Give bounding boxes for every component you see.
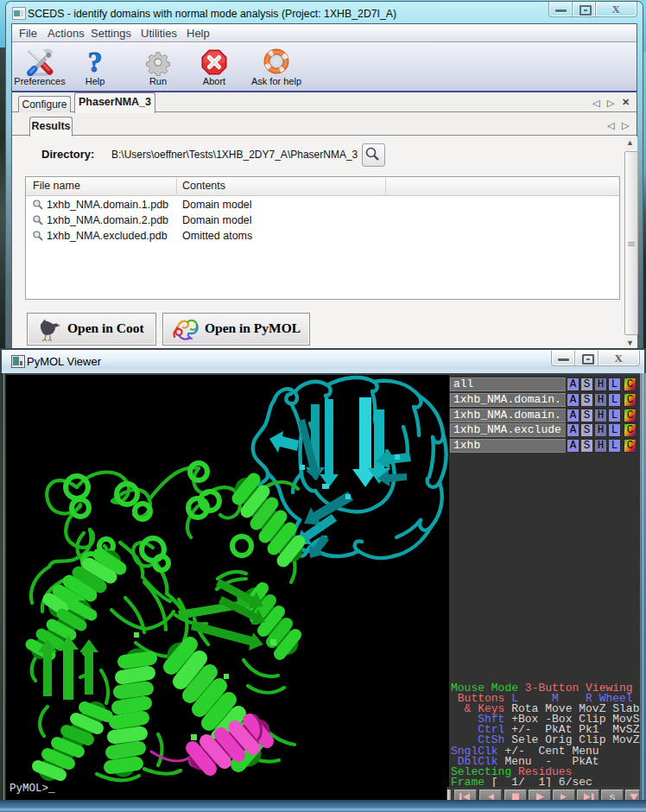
- svg-text:?: ?: [88, 48, 103, 76]
